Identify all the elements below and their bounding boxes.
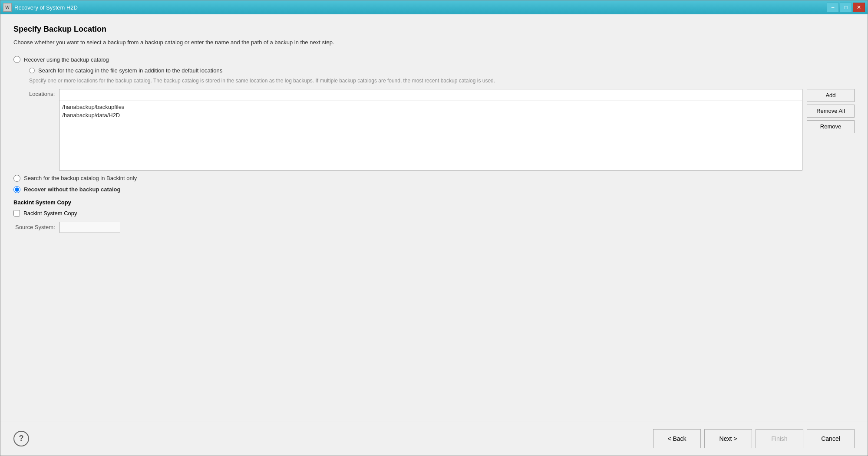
back-button[interactable]: < Back — [653, 429, 701, 448]
search-filesystem-option: Search for the catalog in the file syste… — [29, 67, 855, 171]
backint-checkbox-row: Backint System Copy — [13, 210, 855, 217]
app-icon: W — [3, 3, 12, 12]
recover-without-catalog-label[interactable]: Recover without the backup catalog — [24, 186, 121, 193]
locations-buttons: Add Remove All Remove — [807, 89, 855, 133]
list-item: /hanabackup/data/H2D — [62, 111, 799, 119]
locations-list[interactable]: /hanabackup/backupfiles /hanabackup/data… — [59, 101, 802, 171]
hint-text: Specify one or more locations for the ba… — [29, 77, 855, 85]
backint-section: Backint System Copy Backint System Copy … — [13, 199, 855, 233]
source-system-row: Source System: — [15, 222, 855, 233]
window-controls: – □ ✕ — [827, 3, 865, 12]
locations-input-col: /hanabackup/backupfiles /hanabackup/data… — [59, 89, 802, 171]
recover-catalog-radio[interactable] — [13, 56, 20, 63]
main-window: W Recovery of System H2D – □ ✕ Specify B… — [0, 0, 868, 456]
close-button[interactable]: ✕ — [853, 3, 865, 12]
help-button[interactable]: ? — [13, 431, 29, 446]
next-button[interactable]: Next > — [704, 429, 752, 448]
locations-row: Locations: /hanabackup/backupfiles /hana… — [29, 89, 855, 171]
maximize-button[interactable]: □ — [840, 3, 852, 12]
add-button[interactable]: Add — [807, 89, 855, 102]
recover-catalog-option[interactable]: Recover using the backup catalog — [13, 56, 855, 63]
search-backint-option[interactable]: Search for the backup catalog in Backint… — [13, 175, 855, 182]
locations-text-input[interactable] — [59, 89, 802, 101]
search-filesystem-row: Search for the catalog in the file syste… — [29, 67, 855, 74]
search-filesystem-label[interactable]: Search for the catalog in the file syste… — [38, 67, 222, 74]
backint-system-copy-checkbox[interactable] — [13, 210, 20, 217]
footer-left: ? — [13, 431, 29, 446]
titlebar-left: W Recovery of System H2D — [3, 3, 78, 12]
list-item: /hanabackup/backupfiles — [62, 103, 799, 111]
page-title: Specify Backup Location — [13, 25, 855, 34]
window-title: Recovery of System H2D — [14, 4, 78, 11]
content-area: Specify Backup Location Choose whether y… — [0, 14, 868, 421]
search-filesystem-radio[interactable] — [29, 68, 35, 73]
footer-right: < Back Next > Finish Cancel — [653, 429, 855, 448]
search-backint-label[interactable]: Search for the backup catalog in Backint… — [24, 175, 137, 181]
backint-system-copy-label[interactable]: Backint System Copy — [23, 210, 77, 217]
page-description: Choose whether you want to select a back… — [13, 39, 855, 46]
backint-title: Backint System Copy — [13, 199, 855, 206]
finish-button[interactable]: Finish — [756, 429, 803, 448]
cancel-button[interactable]: Cancel — [807, 429, 855, 448]
search-backint-radio[interactable] — [13, 175, 20, 182]
minimize-button[interactable]: – — [827, 3, 839, 12]
form-section: Recover using the backup catalog Search … — [13, 56, 855, 421]
footer: ? < Back Next > Finish Cancel — [0, 421, 868, 456]
source-system-input[interactable] — [59, 222, 120, 233]
titlebar: W Recovery of System H2D – □ ✕ — [0, 0, 868, 14]
recover-catalog-label[interactable]: Recover using the backup catalog — [24, 56, 109, 63]
remove-all-button[interactable]: Remove All — [807, 105, 855, 118]
remove-button[interactable]: Remove — [807, 120, 855, 133]
locations-label: Locations: — [29, 89, 55, 97]
recover-without-catalog-radio[interactable] — [13, 186, 20, 193]
source-system-label: Source System: — [15, 224, 55, 230]
recover-without-catalog-option[interactable]: Recover without the backup catalog — [13, 186, 855, 193]
